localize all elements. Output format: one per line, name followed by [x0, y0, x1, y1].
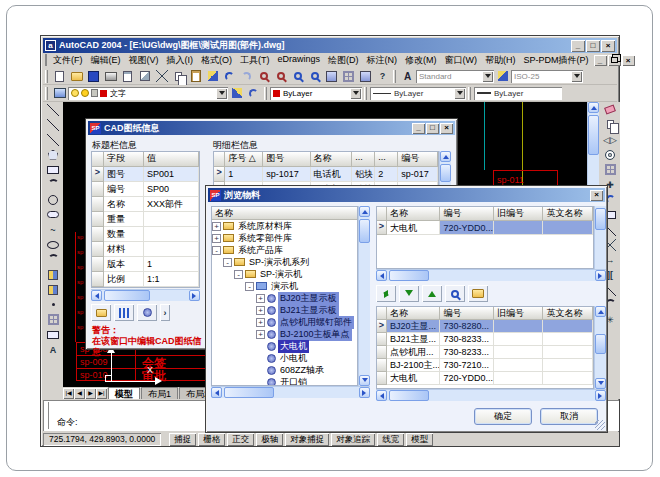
new-icon[interactable] [51, 69, 68, 84]
scroll-thumb[interactable] [595, 334, 606, 354]
help-icon[interactable]: ? [374, 69, 391, 84]
mdi-minimize-button[interactable]: _ [594, 55, 607, 66]
tree-item[interactable]: +系统零部件库 [212, 232, 357, 244]
tree-expander-icon[interactable]: - [245, 282, 254, 291]
scroll-left-icon[interactable] [91, 290, 102, 301]
column-header[interactable]: 编号 [440, 307, 494, 320]
dim-style-icon[interactable] [494, 69, 511, 84]
toolbar-grip[interactable] [468, 87, 471, 100]
resize-grip[interactable] [595, 420, 605, 430]
toolbar-grip[interactable] [264, 87, 267, 100]
point-icon[interactable] [45, 297, 62, 312]
tree-header[interactable]: 名称 [212, 207, 357, 220]
match-properties-icon[interactable] [204, 69, 221, 84]
rectangle-icon[interactable] [45, 162, 62, 177]
combo-dropdown-icon[interactable] [350, 88, 361, 99]
tree-item[interactable]: -SP-演示机系列 [212, 256, 357, 268]
selected-material-table[interactable]: 名称编号旧编号英文名称>大电机720-YDD0... [376, 206, 594, 269]
scroll-left-icon[interactable] [376, 270, 387, 281]
tab-last-icon[interactable]: ▶| [96, 388, 107, 399]
tree-expander-icon[interactable]: - [212, 246, 221, 255]
status-toggle[interactable]: 对象捕捉 [285, 433, 329, 446]
scroll-right-icon[interactable] [359, 387, 370, 398]
column-header[interactable]: 旧编号 [494, 307, 544, 320]
scroll-thumb[interactable] [224, 387, 274, 398]
result-hscrollbar[interactable] [376, 269, 606, 281]
minimize-button[interactable]: _ [571, 40, 585, 52]
tree-expander-icon[interactable]: - [234, 270, 243, 279]
scroll-left-icon[interactable] [376, 390, 387, 401]
column-header[interactable]: 编号 [440, 207, 494, 221]
tool-palettes-icon[interactable] [357, 69, 374, 84]
construction-line-icon[interactable] [45, 117, 62, 132]
mdi-restore-button[interactable] [608, 55, 621, 66]
table-row[interactable]: 编号SP00 [92, 182, 199, 197]
revcloud-icon[interactable] [45, 207, 62, 222]
table-row[interactable]: >图号SP001 [92, 167, 199, 182]
scroll-up-icon[interactable] [588, 102, 599, 113]
redo-icon[interactable] [238, 69, 255, 84]
scroll-thumb[interactable] [595, 208, 606, 230]
tree-item[interactable]: -系统产品库 [212, 244, 357, 256]
toolbar-grip[interactable] [45, 87, 48, 100]
combo-dropdown-icon[interactable] [454, 88, 465, 99]
scroll-right-icon[interactable] [189, 290, 200, 301]
menu-item[interactable]: 插入(I) [163, 54, 198, 67]
menu-item[interactable]: 窗口(W) [441, 54, 482, 67]
table-row[interactable]: 大电机720-YDD0... [377, 372, 593, 385]
layer-combo[interactable]: 文字 [68, 87, 228, 100]
open-icon[interactable] [68, 69, 85, 84]
column-header[interactable]: 旧编号 [494, 207, 544, 221]
lineweight-combo[interactable]: ByLayer [474, 87, 562, 100]
table-row[interactable]: >BJ20主显...730-8280... [377, 320, 593, 333]
properties-icon[interactable] [323, 69, 340, 84]
scroll-down-icon[interactable] [595, 378, 606, 389]
tree-expander-icon[interactable]: + [256, 294, 265, 303]
column-header[interactable]: 英文名称 [543, 307, 593, 320]
fields-table[interactable]: 字段值>图号SP001编号SP00名称XXX部件重量数量材料版本1比例1:1 [91, 151, 200, 288]
tree-expander-icon[interactable]: + [256, 318, 265, 327]
column-header[interactable]: 序号 △ [225, 152, 263, 167]
scroll-up-icon[interactable] [595, 306, 606, 317]
layer-manager-icon[interactable] [51, 86, 68, 101]
paste-icon[interactable] [187, 69, 204, 84]
scroll-thumb[interactable] [389, 270, 429, 281]
status-toggle[interactable]: 捕捉 [169, 433, 196, 446]
scroll-up-icon[interactable] [359, 206, 370, 217]
dim-style-combo[interactable]: ISO-25 [511, 70, 583, 83]
tree-item[interactable]: +BJ21主显示板 [212, 304, 357, 316]
column-header[interactable]: 英文名称 [543, 207, 593, 221]
tree-expander-icon[interactable]: + [256, 306, 265, 315]
menu-item[interactable]: 绘图(D) [324, 54, 363, 67]
column-header[interactable]: 名称 [311, 152, 353, 167]
tab-model[interactable]: 模型 [108, 387, 140, 399]
result-vscrollbar[interactable] [594, 206, 606, 269]
dialog-maximize-button[interactable]: □ [426, 123, 439, 134]
scroll-down-icon[interactable] [359, 375, 370, 386]
layer-previous-icon[interactable] [245, 86, 262, 101]
table-row[interactable]: 重量 [92, 212, 199, 227]
table-row[interactable]: 材料 [92, 242, 199, 257]
table-row[interactable]: 名称XXX部件 [92, 197, 199, 212]
tree-expander-icon[interactable]: - [223, 258, 232, 267]
spline-icon[interactable]: ~ [45, 222, 62, 237]
combo-dropdown-icon[interactable] [482, 71, 493, 82]
tab-prev-icon[interactable]: ◀ [74, 388, 85, 399]
tree-hscrollbar[interactable] [211, 386, 370, 398]
status-toggle[interactable]: 正交 [227, 433, 254, 446]
command-prompt[interactable]: 命令: [57, 416, 78, 429]
tree-item[interactable]: +BJ-2100主板单点 [212, 328, 357, 340]
menu-item[interactable]: eDrawings [274, 54, 325, 67]
combo-dropdown-icon[interactable] [571, 71, 582, 82]
mdi-close-button[interactable]: × [622, 55, 635, 66]
tree-item[interactable]: 大电机 [212, 340, 357, 352]
table-row[interactable]: 点钞机用...730-8233... [377, 346, 593, 359]
menu-item[interactable]: 标注(N) [363, 54, 402, 67]
column-header[interactable]: 名称 [387, 207, 441, 221]
menu-item[interactable]: 格式(O) [197, 54, 236, 67]
menu-item[interactable]: 帮助(H) [481, 54, 520, 67]
tree-item[interactable]: 608ZZ轴承 [212, 364, 357, 376]
cancel-button[interactable]: 取消 [540, 408, 598, 425]
save-icon[interactable] [85, 69, 102, 84]
scroll-up-icon[interactable] [440, 151, 451, 162]
